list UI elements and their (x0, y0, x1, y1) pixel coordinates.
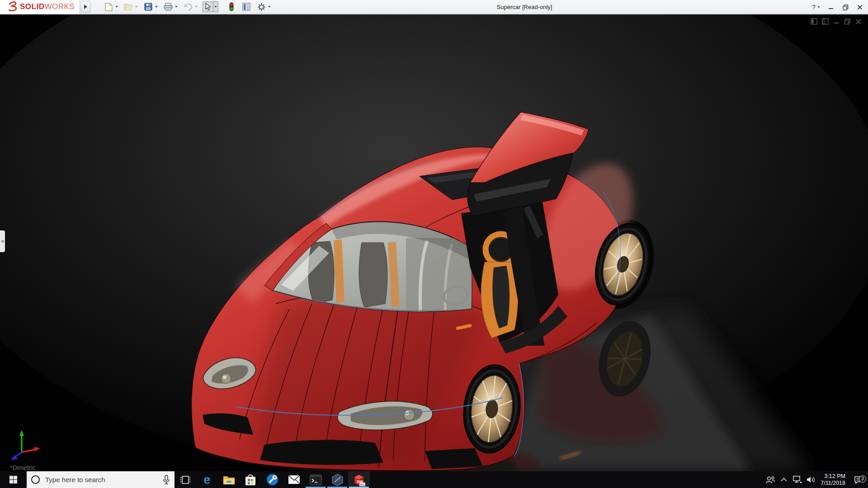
undo-icon (184, 3, 193, 10)
close-button[interactable] (854, 2, 865, 13)
system-tray: 3:12 PM 7/11/2018 3 (764, 471, 868, 488)
main-toolbar (103, 1, 276, 12)
brand-solid: SOLID (20, 2, 44, 11)
undo-button[interactable] (183, 1, 193, 12)
clock-time: 3:12 PM (821, 473, 845, 480)
options-button[interactable] (256, 1, 267, 12)
volume-button[interactable] (804, 476, 818, 483)
doc-restore-icon[interactable] (844, 18, 851, 25)
graphics-viewport[interactable]: *Dimetric (0, 14, 868, 471)
wrench-circle-icon (266, 474, 278, 486)
minimize-icon (828, 5, 834, 10)
panel-handle-dot (1, 240, 4, 243)
new-document-icon (105, 3, 113, 11)
file-properties-button[interactable] (241, 1, 252, 12)
network-button[interactable] (791, 476, 804, 483)
store-icon (245, 474, 256, 486)
people-icon (765, 476, 775, 484)
save-dropdown[interactable] (154, 1, 159, 12)
doc-close-icon[interactable] (855, 18, 862, 25)
notification-badge: 3 (859, 475, 866, 483)
microphone-icon[interactable] (163, 475, 170, 485)
speaker-icon (807, 476, 816, 483)
taskbar-clock[interactable]: 3:12 PM 7/11/2018 (821, 473, 845, 487)
document-window-controls (811, 18, 862, 25)
supercar-model-render[interactable] (0, 14, 868, 471)
taskbar-app-solidworks[interactable]: SW 2017 (348, 471, 370, 488)
options-gear-icon (257, 3, 266, 11)
brand-works: WORKS (44, 2, 75, 11)
help-label: ? (812, 4, 816, 11)
solidworks-logo: SOLID WORKS (0, 0, 80, 14)
view-orientation-label: *Dimetric (10, 464, 36, 471)
flyout-arrow-icon (84, 5, 87, 9)
undo-dropdown[interactable] (193, 1, 198, 12)
print-icon (164, 3, 173, 11)
restore-button[interactable] (840, 2, 851, 13)
mail-icon (288, 475, 300, 484)
network-icon (793, 476, 802, 483)
new-document-button[interactable] (103, 1, 114, 12)
doc-minimize-icon[interactable] (833, 18, 840, 25)
document-title: Supercar [Read-only] (344, 4, 705, 10)
taskbar-app-file-explorer[interactable] (218, 471, 240, 488)
start-button[interactable] (0, 471, 27, 488)
solidworks-app-icon: SW 2017 (353, 474, 365, 486)
solidworks-logo-glyph (6, 1, 20, 13)
edge-icon: e (201, 474, 213, 486)
open-folder-icon (124, 3, 133, 10)
select-cursor-icon (205, 3, 211, 11)
hidden-icons-button[interactable] (777, 478, 791, 482)
rebuild-button[interactable] (226, 1, 237, 12)
people-button[interactable] (764, 476, 777, 484)
search-input[interactable]: Type here to search (27, 471, 175, 488)
help-button[interactable]: ? (811, 2, 822, 13)
taskbar-app-mail[interactable] (283, 471, 305, 488)
rebuild-traffic-light-icon (229, 2, 234, 11)
svg-text:2017: 2017 (360, 483, 365, 486)
help-dropdown-icon (817, 6, 820, 8)
new-document-dropdown[interactable] (114, 1, 119, 12)
cortana-search-icon (31, 475, 40, 484)
window-controls: ? (811, 0, 865, 14)
open-button[interactable] (123, 1, 134, 12)
open-dropdown[interactable] (134, 1, 139, 12)
display-pane-icon[interactable] (822, 18, 829, 25)
windows-taskbar: Type here to search e (0, 471, 868, 488)
collapsed-panel-handle[interactable] (0, 230, 5, 252)
minimize-button[interactable] (826, 2, 836, 13)
orientation-triad (6, 427, 42, 462)
windows-logo-icon (9, 476, 17, 483)
taskbar-app-support-assist[interactable] (261, 471, 283, 488)
taskbar-app-store[interactable] (240, 471, 261, 488)
command-prompt-icon (310, 474, 322, 485)
file-explorer-icon (223, 475, 235, 485)
print-dropdown[interactable] (174, 1, 179, 12)
clock-date: 7/11/2018 (821, 480, 845, 487)
menu-flyout-button[interactable] (80, 1, 90, 13)
hexagon-app-icon (331, 474, 344, 486)
task-view-button[interactable] (175, 471, 196, 488)
taskbar-app-command-prompt[interactable] (305, 471, 326, 488)
taskbar-app-hexagon[interactable] (326, 471, 348, 488)
save-button[interactable] (143, 1, 154, 12)
save-floppy-icon (144, 3, 152, 11)
chevron-up-icon (781, 478, 787, 482)
featuremanager-pane-icon[interactable] (811, 18, 817, 25)
close-icon (857, 5, 863, 10)
task-view-icon (180, 475, 190, 484)
svg-text:e: e (203, 474, 210, 486)
restore-icon (843, 5, 849, 10)
select-tool-dropdown[interactable] (213, 1, 218, 12)
options-dropdown[interactable] (267, 1, 272, 12)
file-properties-icon (242, 3, 250, 11)
title-bar: SOLID WORKS (0, 0, 868, 14)
print-button[interactable] (163, 1, 174, 12)
select-tool-button[interactable] (203, 1, 213, 12)
action-center-button[interactable]: 3 (849, 476, 868, 484)
taskbar-app-edge[interactable]: e (196, 471, 218, 488)
search-placeholder: Type here to search (45, 476, 163, 483)
